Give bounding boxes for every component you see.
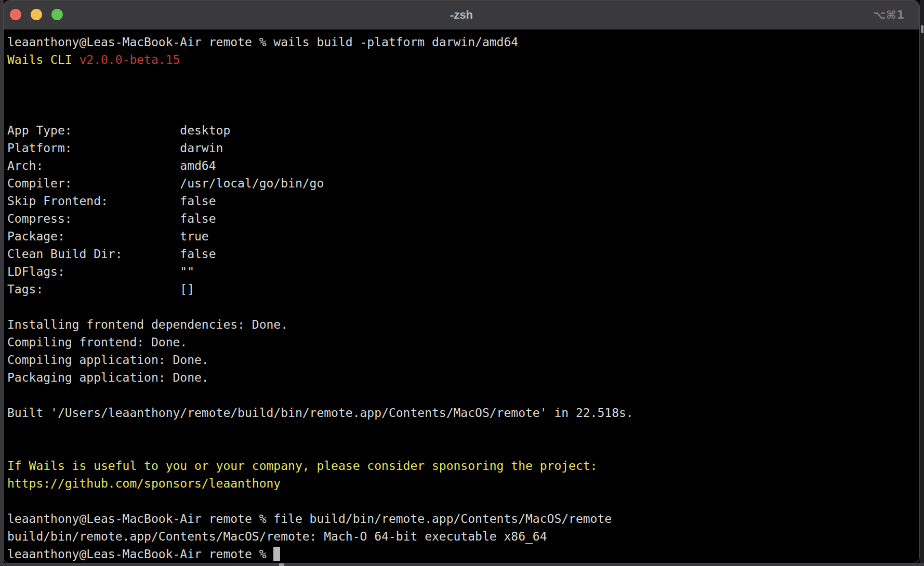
terminal-text: Clean Build Dir: false [7,247,216,261]
terminal-line [7,386,919,404]
terminal-line [7,422,919,439]
terminal-line: Built '/Users/leaanthony/remote/build/bi… [7,404,919,422]
terminal-line [7,298,919,316]
background-window-right-sliver [920,0,924,566]
terminal-text: Tags: [] [7,282,194,296]
terminal-line: leaanthony@Leas-MacBook-Air remote % wai… [7,33,919,51]
terminal-line: Compiling frontend: Done. [7,333,919,351]
terminal-line [7,86,919,104]
terminal-text: leaanthony@Leas-MacBook-Air remote % [7,547,273,561]
terminal-window: -zsh ⌥⌘1 leaanthony@Leas-MacBook-Air rem… [3,0,920,563]
terminal-line: build/bin/remote.app/Contents/MacOS/remo… [7,528,919,545]
terminal-cursor [273,547,280,561]
terminal-text: Wails CLI [7,53,79,66]
background-scrollbar-thumb [921,25,923,33]
terminal-text: build/bin/remote.app/Contents/MacOS/remo… [7,530,547,543]
terminal-line: Tags: [] [7,280,919,298]
terminal-line: If Wails is useful to you or your compan… [7,457,919,475]
terminal-text: Package: true [7,230,209,243]
window-shortcut-hint: ⌥⌘1 [873,1,905,29]
terminal-text: Compiling application: Done. [7,353,209,367]
terminal-text: If Wails is useful to you or your compan… [7,459,597,473]
terminal-text: LDFlags: "" [7,265,194,278]
terminal-line [7,69,919,86]
terminal-text: leaanthony@Leas-MacBook-Air remote % wai… [7,35,518,49]
terminal-line: Packaging application: Done. [7,369,919,386]
desktop-canvas: -zsh ⌥⌘1 leaanthony@Leas-MacBook-Air rem… [0,0,924,566]
terminal-text: Compiling frontend: Done. [7,335,187,349]
terminal-line [7,492,919,510]
terminal-text: Compress: false [7,212,216,225]
titlebar[interactable]: -zsh ⌥⌘1 [4,1,919,30]
terminal-text: Arch: amd64 [7,159,216,172]
terminal-text: Skip Frontend: false [7,194,216,208]
terminal-line: Wails CLI v2.0.0-beta.15 [7,51,919,69]
terminal-line: leaanthony@Leas-MacBook-Air remote % [7,545,919,563]
terminal-text: https://github.com/sponsors/leaanthony [7,477,281,490]
terminal-screen[interactable]: leaanthony@Leas-MacBook-Air remote % wai… [4,30,919,563]
terminal-line: Arch: amd64 [7,157,919,174]
terminal-text: leaanthony@Leas-MacBook-Air remote % fil… [7,512,612,525]
terminal-line: Package: true [7,227,919,245]
terminal-line: Installing frontend dependencies: Done. [7,316,919,333]
terminal-line: Skip Frontend: false [7,192,919,210]
terminal-line: LDFlags: "" [7,263,919,280]
terminal-text: Built '/Users/leaanthony/remote/build/bi… [7,406,633,420]
terminal-line: Clean Build Dir: false [7,245,919,263]
terminal-line: App Type: desktop [7,122,919,139]
terminal-text: Compiler: /usr/local/go/bin/go [7,177,324,190]
terminal-line: https://github.com/sponsors/leaanthony [7,475,919,492]
terminal-line: Compress: false [7,210,919,227]
terminal-text: Platform: darwin [7,141,223,155]
terminal-text: App Type: desktop [7,124,230,137]
terminal-line: Compiling application: Done. [7,351,919,369]
window-title: -zsh [4,1,919,29]
terminal-line: Compiler: /usr/local/go/bin/go [7,174,919,192]
terminal-text: Packaging application: Done. [7,371,209,384]
terminal-text: v2.0.0-beta.15 [79,53,180,66]
terminal-text: Installing frontend dependencies: Done. [7,318,288,331]
terminal-line [7,439,919,457]
terminal-line [7,104,919,122]
terminal-line: leaanthony@Leas-MacBook-Air remote % fil… [7,510,919,528]
terminal-line: Platform: darwin [7,139,919,157]
